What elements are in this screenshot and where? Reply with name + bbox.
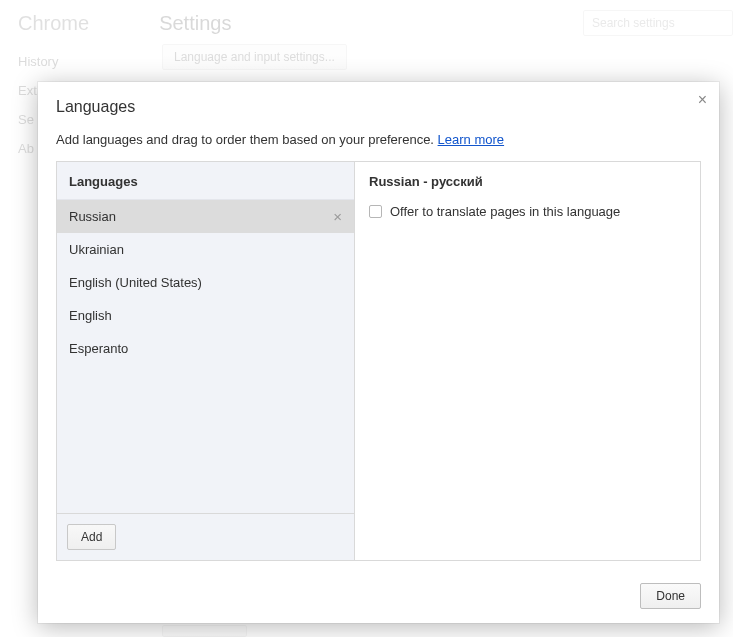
language-item-label: Russian [69,209,116,224]
add-language-button[interactable]: Add [67,524,116,550]
language-item-esperanto[interactable]: Esperanto [57,332,354,365]
modal-subtitle-text: Add languages and drag to order them bas… [56,132,438,147]
language-item-label: Ukrainian [69,242,124,257]
languages-header: Languages [57,162,354,200]
modal-subtitle: Add languages and drag to order them bas… [56,132,701,147]
modal-title: Languages [56,98,701,116]
languages-footer: Add [57,513,354,560]
languages-modal: × Languages Add languages and drag to or… [38,82,719,623]
language-item-label: Esperanto [69,341,128,356]
language-item-ukrainian[interactable]: Ukrainian [57,233,354,266]
language-item-label: English [69,308,112,323]
languages-panel: Languages Russian × Ukrainian English (U… [57,162,355,560]
offer-translate-label: Offer to translate pages in this languag… [390,204,620,219]
modal-footer: Done [56,583,701,609]
close-icon[interactable]: × [698,92,707,108]
offer-translate-row[interactable]: Offer to translate pages in this languag… [369,204,686,219]
selected-language-header: Russian - русский [369,174,686,189]
language-detail-panel: Russian - русский Offer to translate pag… [355,162,700,560]
done-button[interactable]: Done [640,583,701,609]
offer-translate-checkbox[interactable] [369,205,382,218]
remove-language-icon[interactable]: × [331,209,344,224]
language-item-label: English (United States) [69,275,202,290]
language-item-russian[interactable]: Russian × [57,200,354,233]
languages-list: Russian × Ukrainian English (United Stat… [57,200,354,513]
learn-more-link[interactable]: Learn more [438,132,504,147]
modal-body: Languages Russian × Ukrainian English (U… [56,161,701,561]
language-item-english[interactable]: English [57,299,354,332]
language-item-english-us[interactable]: English (United States) [57,266,354,299]
